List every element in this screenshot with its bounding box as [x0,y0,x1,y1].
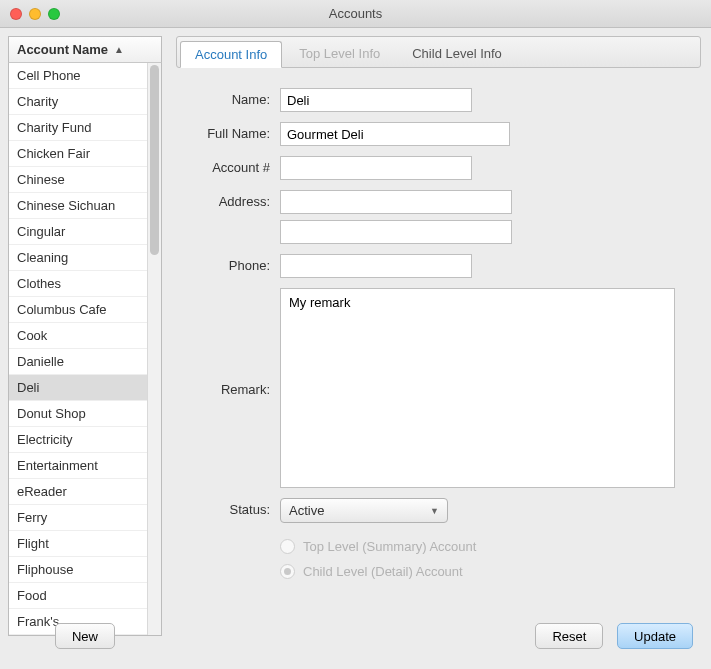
label-remark: Remark: [184,288,280,397]
reset-button[interactable]: Reset [535,623,603,649]
titlebar: Accounts [0,0,711,28]
account-list: Cell PhoneCharityCharity FundChicken Fai… [9,63,147,635]
list-item[interactable]: eReader [9,479,147,505]
phone-input[interactable] [280,254,472,278]
list-item[interactable]: Chicken Fair [9,141,147,167]
list-item[interactable]: Fliphouse [9,557,147,583]
new-button[interactable]: New [55,623,115,649]
fullname-input[interactable] [280,122,510,146]
scrollbar[interactable] [147,63,161,635]
list-item[interactable]: Cleaning [9,245,147,271]
radio-top-level: Top Level (Summary) Account [280,539,693,554]
radio-icon [280,539,295,554]
label-fullname: Full Name: [184,122,280,141]
list-item[interactable]: Chinese [9,167,147,193]
list-item[interactable]: Donut Shop [9,401,147,427]
name-input[interactable] [280,88,472,112]
status-select-value: Active [289,503,324,518]
list-item[interactable]: Charity Fund [9,115,147,141]
chevron-down-icon: ▼ [430,506,439,516]
account-list-header[interactable]: Account Name ▲ [8,36,162,63]
tab-top-level-info: Top Level Info [284,40,395,67]
radio-child-level: Child Level (Detail) Account [280,564,693,579]
radio-icon [280,564,295,579]
account-number-input[interactable] [280,156,472,180]
address-line1-input[interactable] [280,190,512,214]
list-item[interactable]: Ferry [9,505,147,531]
label-phone: Phone: [184,254,280,273]
list-item[interactable]: Flight [9,531,147,557]
list-item[interactable]: Food [9,583,147,609]
status-select[interactable]: Active ▼ [280,498,448,523]
window-title: Accounts [0,6,711,21]
tab-account-info[interactable]: Account Info [180,41,282,68]
account-list-panel: Account Name ▲ Cell PhoneCharityCharity … [8,36,162,613]
label-status: Status: [184,498,280,517]
list-item[interactable]: Cook [9,323,147,349]
list-item[interactable]: Chinese Sichuan [9,193,147,219]
list-item[interactable]: Entertainment [9,453,147,479]
label-name: Name: [184,88,280,107]
radio-child-label: Child Level (Detail) Account [303,564,463,579]
list-item[interactable]: Cingular [9,219,147,245]
remark-textarea[interactable] [280,288,675,488]
tab-child-level-info[interactable]: Child Level Info [397,40,517,67]
list-item[interactable]: Columbus Cafe [9,297,147,323]
list-item[interactable]: Cell Phone [9,63,147,89]
list-item[interactable]: Electricity [9,427,147,453]
tab-bar: Account InfoTop Level InfoChild Level In… [176,36,701,68]
address-line2-input[interactable] [280,220,512,244]
label-account: Account # [184,156,280,175]
radio-top-label: Top Level (Summary) Account [303,539,476,554]
scrollbar-thumb[interactable] [150,65,159,255]
sort-asc-icon: ▲ [114,44,124,55]
account-info-form: Name: Full Name: Account # Address: Phon… [176,68,701,599]
list-item[interactable]: Deli [9,375,147,401]
list-item[interactable]: Danielle [9,349,147,375]
update-button[interactable]: Update [617,623,693,649]
list-item[interactable]: Charity [9,89,147,115]
account-list-header-label: Account Name [17,42,108,57]
label-address: Address: [184,190,280,209]
list-item[interactable]: Clothes [9,271,147,297]
